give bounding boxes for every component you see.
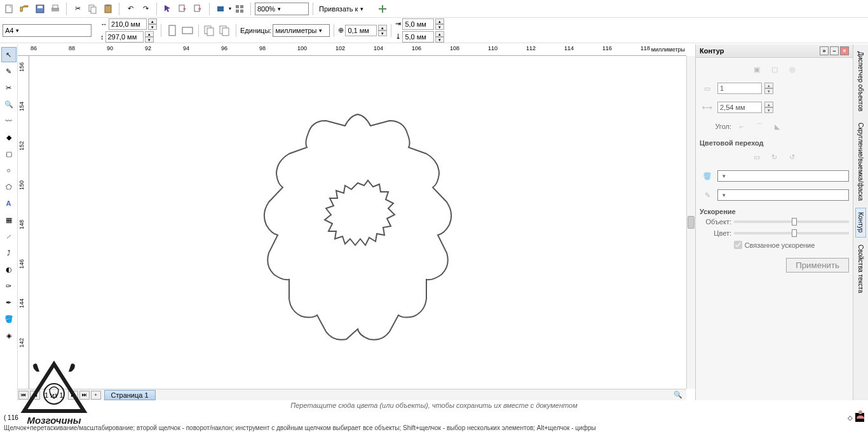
height-icon: ↕ [100,33,104,41]
ellipse-tool[interactable]: ○ [1,163,17,178]
contour-outside-icon[interactable]: ▢ [767,62,782,77]
color-accel-label: Цвет: [700,229,731,237]
current-page-icon[interactable] [218,24,232,37]
docker-close-btn[interactable]: × [840,46,849,55]
zoom-tool[interactable]: 🔍 [1,97,17,112]
open-file-icon[interactable] [18,2,32,16]
smart-fill-tool[interactable]: ◆ [1,130,17,145]
app-launcher-icon[interactable] [233,2,247,16]
print-icon[interactable] [48,2,62,16]
dup-x-spinner[interactable]: ▴▾ [435,18,444,30]
steps-spinner[interactable]: ▴▾ [764,83,773,94]
object-accel-label: Объект: [700,218,731,226]
duplicate-offset: ⇥ ▴▾ ⤓ ▴▾ [395,18,444,43]
dup-x-input[interactable] [402,18,434,30]
dup-y-input[interactable] [402,31,434,43]
undo-icon[interactable]: ↶ [123,2,137,16]
corner-miter-icon[interactable]: ⌐ [734,119,749,134]
tab-object-manager[interactable]: Диспетчер объектов [855,47,866,116]
color-accel-slider[interactable] [734,232,849,234]
contour-offset-input[interactable] [717,102,762,113]
export-icon[interactable] [191,2,205,16]
docker-minimize-btn[interactable]: – [830,46,839,55]
landscape-icon[interactable] [180,24,194,37]
page-tab-1[interactable]: Страница 1 [104,390,156,400]
snap-menu[interactable]: Привязать к [317,3,374,15]
zoom-combo[interactable]: 800% [255,3,309,15]
dimension-tool[interactable]: ⟋ [1,229,17,244]
tab-fillet[interactable]: Скругление/выемка/фаска [855,118,866,205]
docker-collapse-btn[interactable]: » [820,46,829,55]
rectangle-tool[interactable]: ▢ [1,146,17,161]
corner-round-icon[interactable]: ⌒ [752,119,767,134]
cut-icon[interactable]: ✂ [71,2,85,16]
fill-color-combo[interactable] [717,170,849,182]
offset-spinner[interactable]: ▴▾ [764,102,773,113]
svg-rect-22 [222,28,229,36]
dup-x-icon: ⇥ [395,20,401,28]
dup-y-icon: ⤓ [395,32,401,41]
svg-rect-12 [217,6,224,11]
fill-tool[interactable]: 🪣 [1,311,17,327]
text-tool[interactable]: A [1,196,17,211]
svg-point-23 [858,410,862,414]
corner-bevel-icon[interactable]: ◣ [770,119,785,134]
all-pages-icon[interactable] [203,24,217,37]
contour-center-icon[interactable]: ◎ [785,62,800,77]
help-bar: Щелчок+перетаскивание/масштабирование; в… [0,423,868,432]
svg-rect-14 [240,5,243,8]
gradient-section-title: Цветовой переход [700,139,849,147]
user-icon[interactable] [855,409,865,419]
dup-y-spinner[interactable]: ▴▾ [435,31,444,43]
contour-inside-icon[interactable]: ▣ [749,62,764,77]
grad-ccw-icon[interactable]: ↺ [785,149,800,165]
steps-icon: ▭ [700,81,715,96]
shape-tool[interactable]: ✎ [1,64,17,79]
fill-indicator-icon[interactable]: ◇ [848,414,853,421]
nudge-input[interactable] [345,25,377,36]
redo-icon[interactable]: ↷ [139,2,153,16]
grad-linear-icon[interactable]: ▭ [749,149,764,165]
docker-title: Контур [700,47,724,55]
crop-tool[interactable]: ✂ [1,80,17,95]
save-icon[interactable] [33,2,47,16]
horizontal-ruler: миллиметры 86889092949698100102104106108… [18,44,686,56]
portrait-icon[interactable] [165,24,179,37]
zoom-fit-icon[interactable]: 🔍 [674,391,682,399]
grad-cw-icon[interactable]: ↻ [767,149,782,165]
height-spinner[interactable]: ▴▾ [145,31,154,43]
vertical-scrollbar[interactable] [686,56,695,389]
outline-color-combo[interactable] [717,189,849,201]
copy-icon[interactable] [86,2,100,16]
polygon-tool[interactable]: ⬠ [1,179,17,194]
import-icon[interactable] [176,2,190,16]
width-spinner[interactable]: ▴▾ [148,18,157,30]
page-height-input[interactable] [105,31,144,43]
object-accel-slider[interactable] [734,220,849,223]
pointer-tool-icon[interactable] [161,2,175,16]
canvas[interactable] [29,56,686,389]
interactive-fill-tool[interactable]: ◈ [1,328,17,343]
publish-icon[interactable] [214,2,227,16]
snap-options-icon[interactable] [376,2,390,16]
pick-tool[interactable]: ↖ [1,47,17,62]
linked-accel-checkbox[interactable] [734,241,742,249]
contour-steps-input[interactable] [717,83,762,94]
page-width-input[interactable] [109,18,147,30]
new-file-icon[interactable] [3,2,17,16]
eyedropper-tool[interactable]: ✑ [1,278,17,294]
tab-contour[interactable]: Контур [855,208,866,237]
interactive-tool[interactable]: ◐ [1,262,17,277]
table-tool[interactable]: ▦ [1,212,17,227]
toolbox: ↖ ✎ ✂ 🔍 〰 ◆ ▢ ○ ⬠ A ▦ ⟋ ⤴ ◐ ✑ ✒ 🪣 ◈ [0,44,18,400]
nudge-spinner[interactable]: ▴▾ [378,25,387,36]
freehand-tool[interactable]: 〰 [1,113,17,128]
page-size-combo[interactable]: A4 [3,24,92,37]
apply-button[interactable]: Применить [786,258,849,273]
units-combo[interactable]: миллиметры [273,24,330,37]
paste-icon[interactable] [101,2,115,16]
connector-tool[interactable]: ⤴ [1,245,17,260]
page-navigator: ⏮ ◀ 1 из 1 ▶ ⏭ + Страница 1 🔍 [18,389,686,400]
outline-tool[interactable]: ✒ [1,295,17,310]
tab-text-props[interactable]: Свойства текста [855,240,866,297]
